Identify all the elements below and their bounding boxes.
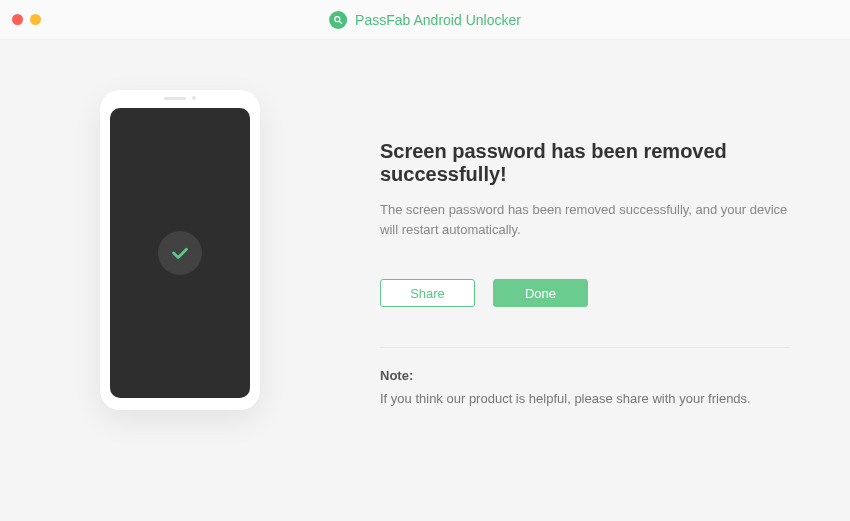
done-button[interactable]: Done <box>493 279 588 307</box>
note-label: Note: <box>380 368 790 383</box>
divider <box>380 347 790 348</box>
window-controls <box>0 14 41 25</box>
app-logo-icon <box>329 11 347 29</box>
illustration-area <box>100 90 380 471</box>
success-check-icon <box>158 231 202 275</box>
minimize-window-button[interactable] <box>30 14 41 25</box>
phone-screen <box>110 108 250 398</box>
success-heading: Screen password has been removed success… <box>380 140 790 186</box>
app-title: PassFab Android Unlocker <box>355 12 521 28</box>
message-area: Screen password has been removed success… <box>380 90 790 471</box>
svg-point-0 <box>335 16 340 21</box>
svg-line-1 <box>339 21 342 24</box>
main-content: Screen password has been removed success… <box>0 40 850 521</box>
success-subtext: The screen password has been removed suc… <box>380 200 790 239</box>
share-button[interactable]: Share <box>380 279 475 307</box>
phone-speaker <box>164 96 196 100</box>
button-row: Share Done <box>380 279 790 307</box>
app-title-group: PassFab Android Unlocker <box>329 11 521 29</box>
close-window-button[interactable] <box>12 14 23 25</box>
phone-illustration <box>100 90 260 410</box>
titlebar: PassFab Android Unlocker <box>0 0 850 40</box>
note-text: If you think our product is helpful, ple… <box>380 391 790 406</box>
